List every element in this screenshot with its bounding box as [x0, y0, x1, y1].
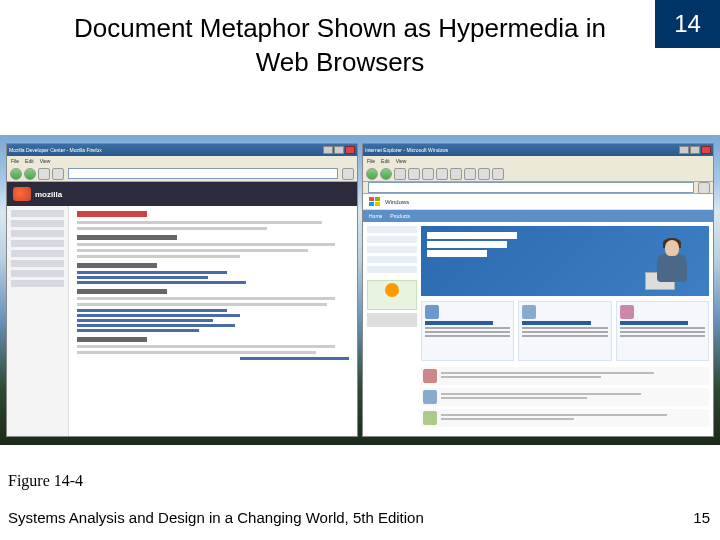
hero-line	[427, 250, 487, 257]
text-line	[522, 327, 607, 329]
address-bar	[368, 182, 694, 193]
search-icon	[436, 168, 448, 180]
menubar: File Edit View	[7, 156, 357, 166]
text-line	[441, 372, 654, 374]
feature-card	[518, 301, 611, 361]
hero-banner	[421, 226, 709, 296]
close-icon	[701, 146, 711, 154]
feature-columns	[421, 301, 709, 361]
text-line	[77, 227, 267, 230]
sidebar-item	[11, 220, 64, 227]
maximize-icon	[690, 146, 700, 154]
hero-line	[427, 232, 517, 239]
text-line	[620, 331, 705, 333]
window-title: Internet Explorer - Microsoft Windows	[365, 147, 448, 153]
cart-box	[367, 280, 417, 310]
menu-item: Edit	[381, 158, 390, 164]
figure-area: Mozilla Developer Center - Mozilla Firef…	[0, 135, 720, 445]
item-icon	[423, 390, 437, 404]
favorites-icon	[450, 168, 462, 180]
hero-line	[427, 241, 507, 248]
link-line	[77, 309, 227, 312]
text-line	[441, 418, 574, 420]
feature-heading	[620, 321, 688, 325]
main-content	[69, 206, 357, 436]
link-line	[77, 324, 235, 327]
link-line	[77, 319, 213, 322]
feature-card	[421, 301, 514, 361]
go-icon	[342, 168, 354, 180]
sidebar-item	[367, 266, 417, 273]
footer-text: Systems Analysis and Design in a Changin…	[8, 509, 424, 526]
reload-icon	[38, 168, 50, 180]
text-line	[620, 335, 705, 337]
menu-item: Edit	[25, 158, 34, 164]
minimize-icon	[679, 146, 689, 154]
site-body: Windows Home Products	[363, 194, 713, 436]
item-text	[441, 372, 707, 380]
link-line	[77, 271, 227, 274]
text-line	[441, 414, 667, 416]
list-item	[421, 388, 709, 406]
window-controls	[679, 146, 711, 154]
text-line	[77, 297, 335, 300]
text-line	[425, 327, 510, 329]
print-icon	[492, 168, 504, 180]
back-icon	[10, 168, 22, 180]
stop-icon	[394, 168, 406, 180]
page-heading	[77, 211, 147, 217]
figure-label: Figure 14-4	[8, 472, 83, 490]
sidebar-item	[11, 210, 64, 217]
text-line	[77, 351, 316, 354]
subheading	[77, 289, 167, 294]
back-icon	[366, 168, 378, 180]
item-text	[441, 414, 707, 422]
link-line	[240, 357, 349, 360]
sidebar-item	[11, 230, 64, 237]
text-line	[620, 327, 705, 329]
address-toolbar	[363, 182, 713, 194]
link-line	[77, 281, 246, 284]
left-column	[367, 226, 417, 432]
text-line	[77, 221, 322, 224]
person-head	[665, 240, 679, 256]
page-number: 15	[693, 509, 710, 526]
mozilla-logo-icon	[13, 187, 31, 201]
window-title: Mozilla Developer Center - Mozilla Firef…	[9, 147, 102, 153]
sidebar-item	[367, 246, 417, 253]
text-line	[77, 255, 240, 258]
browser-ie: Internet Explorer - Microsoft Windows Fi…	[362, 143, 714, 437]
bottom-rows	[421, 367, 709, 430]
stop-icon	[52, 168, 64, 180]
history-icon	[464, 168, 476, 180]
list-item	[421, 409, 709, 427]
text-line	[441, 393, 641, 395]
sidebar-item	[11, 250, 64, 257]
subheading	[77, 235, 177, 240]
browser-mozilla: Mozilla Developer Center - Mozilla Firef…	[6, 143, 358, 437]
chapter-number: 14	[674, 10, 701, 38]
sidebar-item	[11, 280, 64, 287]
page-content: mozilla	[7, 182, 357, 436]
hero-person-image	[643, 234, 701, 292]
sidebar-item	[367, 313, 417, 327]
site-body	[7, 206, 357, 436]
sidebar-item	[367, 236, 417, 243]
mail-icon	[478, 168, 490, 180]
text-line	[77, 345, 335, 348]
site-nav: Home Products	[363, 210, 713, 222]
window-controls	[323, 146, 355, 154]
site-content	[363, 222, 713, 436]
hero-text	[427, 232, 517, 259]
site-header: mozilla	[7, 182, 357, 206]
subheading	[77, 263, 157, 268]
item-icon	[423, 369, 437, 383]
sidebar-item	[11, 260, 64, 267]
page-content: Windows Home Products	[363, 194, 713, 436]
sidebar-item	[367, 226, 417, 233]
text-line	[441, 376, 601, 378]
person-body	[657, 254, 687, 282]
center-column	[421, 226, 709, 432]
list-item	[421, 367, 709, 385]
toolbar	[363, 166, 713, 182]
